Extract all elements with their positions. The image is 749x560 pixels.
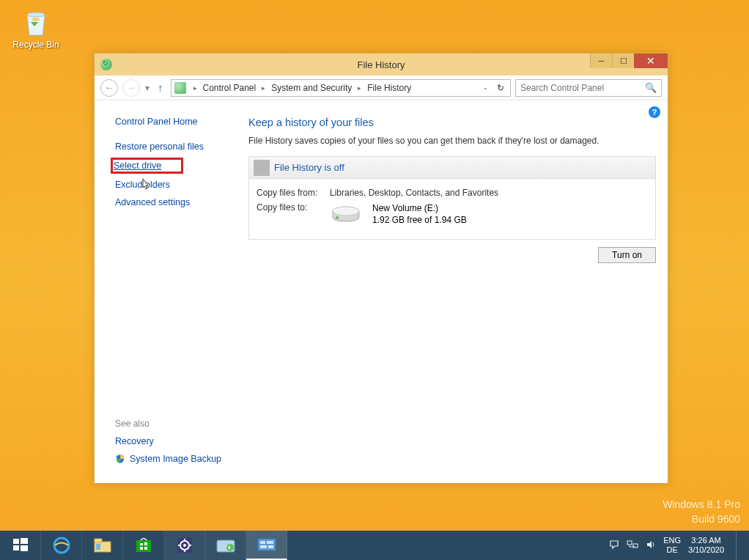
svg-rect-10 xyxy=(95,539,102,542)
forward-button[interactable]: → xyxy=(122,79,140,97)
svg-rect-28 xyxy=(267,541,273,544)
maximize-button[interactable]: ☐ xyxy=(612,54,634,68)
svg-rect-26 xyxy=(258,539,276,550)
address-dropdown-icon[interactable]: ⌄ xyxy=(483,84,488,91)
windows-watermark: Windows 8.1 Pro Build 9600 xyxy=(663,497,740,526)
svg-rect-27 xyxy=(260,541,265,544)
svg-rect-16 xyxy=(144,547,147,550)
window-title: File History xyxy=(95,59,668,70)
svg-rect-12 xyxy=(136,540,151,552)
svg-point-8 xyxy=(54,538,69,553)
titlebar: File History ─ ☐ ✕ xyxy=(95,54,668,75)
svg-rect-5 xyxy=(21,538,28,544)
chevron-right-icon[interactable]: ▸ xyxy=(259,84,268,92)
show-desktop-button[interactable] xyxy=(736,531,742,560)
svg-rect-11 xyxy=(96,544,100,550)
svg-rect-6 xyxy=(13,545,19,550)
volume-icon[interactable] xyxy=(646,539,656,551)
drive-space: 1.92 GB free of 1.94 GB xyxy=(372,214,467,226)
address-icon xyxy=(174,82,186,94)
status-text: File History is off xyxy=(274,162,344,173)
svg-rect-4 xyxy=(13,539,19,544)
breadcrumb-system-security[interactable]: System and Security xyxy=(270,83,353,93)
page-heading: Keep a history of your files xyxy=(248,117,656,128)
back-button[interactable]: ← xyxy=(100,79,118,97)
file-history-window: File History ─ ☐ ✕ ← → ▾ ↑ ▸ Control Pan… xyxy=(94,53,668,484)
svg-rect-31 xyxy=(627,541,632,545)
taskbar-explorer[interactable] xyxy=(82,531,123,560)
svg-rect-14 xyxy=(144,542,147,545)
minimize-button[interactable]: ─ xyxy=(590,54,612,68)
sidebar-advanced-settings[interactable]: Advanced settings xyxy=(115,197,237,207)
close-button[interactable]: ✕ xyxy=(634,54,668,68)
copy-to-label: Copy files to: xyxy=(257,202,330,213)
copy-from-label: Copy files from: xyxy=(257,188,330,198)
sidebar-exclude-folders-label: Exclud olders xyxy=(115,180,170,190)
sidebar-system-image-backup[interactable]: System Image Backup xyxy=(115,454,237,464)
svg-rect-7 xyxy=(21,545,28,551)
search-input[interactable] xyxy=(520,83,645,93)
svg-point-19 xyxy=(183,544,186,547)
taskbar: ENG DE 3:26 AM 3/10/2020 xyxy=(0,531,749,560)
taskbar-control-panel[interactable] xyxy=(246,531,287,560)
address-bar[interactable]: ▸ Control Panel ▸ System and Security ▸ … xyxy=(171,79,512,97)
status-header: File History is off xyxy=(249,157,655,179)
network-icon[interactable] xyxy=(627,539,638,551)
see-also-label: See also xyxy=(115,419,237,429)
svg-rect-29 xyxy=(260,545,267,548)
status-indicator-icon xyxy=(254,160,270,176)
copy-from-value: Libraries, Desktop, Contacts, and Favori… xyxy=(330,188,498,198)
taskbar-store[interactable] xyxy=(123,531,164,560)
chevron-right-icon[interactable]: ▸ xyxy=(355,84,364,92)
sidebar-restore-personal-files[interactable]: Restore personal files xyxy=(115,141,237,152)
recycle-bin[interactable]: Recycle Bin xyxy=(10,6,62,50)
svg-point-2 xyxy=(333,207,359,215)
taskbar-app-1[interactable] xyxy=(205,531,246,560)
sidebar-exclude-folders[interactable]: Exclud olders xyxy=(115,180,237,190)
language-indicator[interactable]: ENG DE xyxy=(663,536,681,555)
breadcrumb-control-panel[interactable]: Control Panel xyxy=(202,83,258,93)
clock[interactable]: 3:26 AM 3/10/2020 xyxy=(688,536,724,555)
sidebar: Control Panel Home Restore personal file… xyxy=(95,100,248,483)
start-button[interactable] xyxy=(0,531,41,560)
watermark-line1: Windows 8.1 Pro xyxy=(663,497,740,512)
taskbar-ie[interactable] xyxy=(41,531,82,560)
refresh-button[interactable]: ↻ xyxy=(494,83,507,93)
help-icon[interactable]: ? xyxy=(649,106,660,118)
svg-rect-15 xyxy=(140,547,143,550)
watermark-line2: Build 9600 xyxy=(663,512,740,526)
system-tray: ENG DE 3:26 AM 3/10/2020 xyxy=(602,531,749,560)
breadcrumb-file-history[interactable]: File History xyxy=(366,83,413,93)
recycle-bin-label: Recycle Bin xyxy=(10,40,62,50)
main-content: Keep a history of your files File Histor… xyxy=(248,100,668,483)
control-panel-home-link[interactable]: Control Panel Home xyxy=(115,117,237,127)
taskbar-settings[interactable] xyxy=(164,531,205,560)
navigation-bar: ← → ▾ ↑ ▸ Control Panel ▸ System and Sec… xyxy=(95,75,668,100)
svg-point-0 xyxy=(27,12,45,17)
turn-on-button[interactable]: Turn on xyxy=(598,247,656,263)
sidebar-select-drive[interactable]: Select drive xyxy=(112,159,182,172)
recycle-bin-icon xyxy=(20,6,52,38)
action-center-icon[interactable] xyxy=(609,539,619,551)
sidebar-recovery[interactable]: Recovery xyxy=(115,436,237,446)
drive-icon xyxy=(330,204,362,224)
svg-rect-13 xyxy=(140,543,143,545)
search-box[interactable]: 🔍 xyxy=(515,79,662,97)
svg-rect-30 xyxy=(268,545,273,548)
drive-name: New Volume (E:) xyxy=(372,202,467,214)
shield-icon xyxy=(115,454,125,464)
page-description: File History saves copies of your files … xyxy=(248,136,656,146)
search-icon[interactable]: 🔍 xyxy=(645,82,657,93)
svg-point-3 xyxy=(336,216,339,219)
up-button[interactable]: ↑ xyxy=(155,81,166,94)
chevron-right-icon[interactable]: ▸ xyxy=(191,84,200,92)
status-box: File History is off Copy files from: Lib… xyxy=(248,156,656,240)
nav-dropdown-icon[interactable]: ▾ xyxy=(144,83,150,93)
